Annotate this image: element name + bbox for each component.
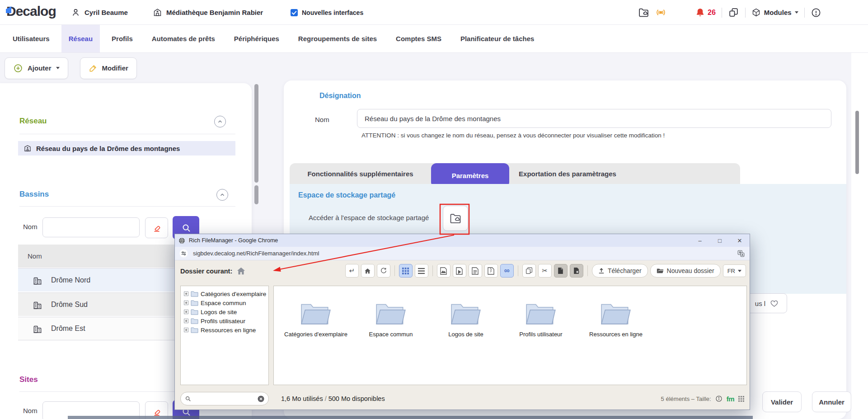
upload-icon xyxy=(598,268,605,274)
folder-tile[interactable]: Logos de site xyxy=(432,300,500,385)
maximize-button[interactable]: □ xyxy=(712,235,728,246)
reseau-selected-item[interactable]: Réseau du pays de la Drôme des montagnes xyxy=(18,141,235,155)
storage-usage: 1,6 Mo utilisés/500 Mo disponibles xyxy=(281,395,385,402)
folder-tile[interactable]: Ressources en ligne xyxy=(582,300,650,385)
nav-utilisateurs[interactable]: Utilisateurs xyxy=(5,25,57,52)
folder-tile[interactable]: Catégories d'exemplaire xyxy=(282,300,350,385)
cut-button[interactable]: ✂ xyxy=(538,264,552,278)
filter-all-button[interactable]: ∞ xyxy=(500,264,514,278)
folder-tile[interactable]: Espace commun xyxy=(357,300,425,385)
windows-overlap-icon[interactable] xyxy=(728,7,739,18)
tab-fonctionnalites[interactable]: Fonctionnalités supplémentaires xyxy=(290,163,431,184)
add-button-label: Ajouter xyxy=(28,64,52,72)
expand-icon[interactable] xyxy=(184,301,188,305)
nav-peripheriques[interactable]: Périphériques xyxy=(227,25,286,52)
current-user[interactable]: Cyril Beaume xyxy=(71,0,128,25)
heart-icon[interactable] xyxy=(770,299,779,308)
rename-warning: ATTENTION : si vous changez le nom du ré… xyxy=(361,132,665,139)
upload-label: Télécharger xyxy=(608,267,642,274)
collapse-bassins-button[interactable] xyxy=(216,189,228,201)
upload-button[interactable]: Télécharger xyxy=(592,264,648,278)
tree-item[interactable]: Catégories d'exemplaire xyxy=(184,289,268,298)
clear-search-icon[interactable] xyxy=(258,395,264,402)
url-text[interactable]: sigbdev.decalog.net/RichFilemanager/inde… xyxy=(193,250,732,257)
tree-item-label: Ressources en ligne xyxy=(201,327,256,334)
info-icon[interactable] xyxy=(811,7,821,18)
tree-item[interactable]: Espace commun xyxy=(184,298,268,307)
tree-item-label: Profils utilisateur xyxy=(201,318,245,325)
cancel-button[interactable]: Annuler xyxy=(812,391,851,412)
expand-icon[interactable] xyxy=(184,319,188,323)
bassins-clear-button[interactable] xyxy=(145,217,168,238)
copy-button[interactable] xyxy=(522,264,536,278)
nav-regroupements[interactable]: Regroupements de sites xyxy=(291,25,384,52)
url-bar[interactable]: sigbdev.decalog.net/RichFilemanager/inde… xyxy=(175,247,750,260)
minimize-button[interactable]: – xyxy=(692,235,708,246)
file-search-box[interactable] xyxy=(180,392,269,405)
window-titlebar[interactable]: Rich FileManager - Google Chrome – □ ✕ xyxy=(175,234,750,247)
row-label: Drôme Est xyxy=(51,325,85,333)
filter-images-button[interactable] xyxy=(437,264,450,278)
expand-icon[interactable] xyxy=(184,292,188,296)
tab-exportation[interactable]: Exportation des paramètrages xyxy=(509,163,626,184)
enter-folder-button[interactable]: ↵ xyxy=(345,264,359,278)
settings-tabbar: Fonctionnalités supplémentaires Paramètr… xyxy=(290,163,740,184)
buildings-icon xyxy=(32,274,43,286)
page-scrollbar[interactable] xyxy=(851,25,868,419)
filter-archives-button[interactable] xyxy=(484,264,498,278)
new-interfaces-toggle[interactable]: Nouvelles interfaces xyxy=(291,0,363,25)
nom-label: Nom xyxy=(315,116,329,123)
nav-planificateur[interactable]: Planificateur de tâches xyxy=(453,25,541,52)
modules-cube-icon xyxy=(751,8,761,17)
nom-field[interactable] xyxy=(357,109,831,128)
open-storage-button[interactable] xyxy=(443,206,468,231)
beacon-icon[interactable] xyxy=(655,7,666,18)
checkbox-checked-icon[interactable] xyxy=(291,9,298,16)
tree-item[interactable]: Ressources en ligne xyxy=(184,325,268,334)
window-edge xyxy=(68,416,753,419)
home-button[interactable] xyxy=(361,264,375,278)
edit-button[interactable]: Modifier xyxy=(80,57,137,79)
partial-field[interactable]: us l xyxy=(746,293,787,313)
new-folder-button[interactable]: Nouveau dossier xyxy=(650,264,721,278)
nav-profils[interactable]: Profils xyxy=(104,25,140,52)
shared-folder-icon[interactable] xyxy=(638,7,649,18)
close-button[interactable]: ✕ xyxy=(732,235,748,246)
expand-icon[interactable] xyxy=(184,310,188,314)
nav-reseau[interactable]: Réseau xyxy=(61,25,100,52)
current-library[interactable]: Médiathèque Benjamin Rabier xyxy=(153,0,263,25)
info-icon[interactable] xyxy=(715,395,723,402)
clear-clipboard-button[interactable] xyxy=(570,264,583,278)
panel-scrollbar-thumb[interactable] xyxy=(254,84,258,183)
tree-item[interactable]: Profils utilisateur xyxy=(184,316,268,325)
translate-icon[interactable] xyxy=(737,250,745,258)
buildings-icon xyxy=(32,323,43,334)
big-folder-icon xyxy=(299,300,333,327)
validate-button[interactable]: Valider xyxy=(762,391,802,412)
refresh-button[interactable] xyxy=(377,264,390,278)
notifications[interactable]: 26 xyxy=(695,7,716,18)
partial-text: us l xyxy=(755,300,765,307)
add-button[interactable]: Ajouter xyxy=(5,57,68,79)
reseau-item-label: Réseau du pays de la Drôme des montagnes xyxy=(36,145,180,152)
home-folder-icon[interactable] xyxy=(236,267,246,275)
collapse-reseau-button[interactable] xyxy=(214,116,226,127)
expand-icon[interactable] xyxy=(184,328,188,332)
modules-menu[interactable]: Modules xyxy=(751,8,798,17)
folder-tile[interactable]: Profils utilisateur xyxy=(507,300,575,385)
language-select[interactable]: FR xyxy=(723,264,746,277)
nav-automates[interactable]: Automates de prêts xyxy=(145,25,222,52)
nav-comptes-sms[interactable]: Comptes SMS xyxy=(389,25,449,52)
grid-view-button[interactable] xyxy=(399,264,413,278)
panel-scrollbar-thumb[interactable] xyxy=(254,185,258,204)
filter-videos-button[interactable] xyxy=(453,264,466,278)
paste-button[interactable] xyxy=(554,264,568,278)
filter-documents-button[interactable] xyxy=(469,264,482,278)
tree-item[interactable]: Logos de site xyxy=(184,307,268,316)
divider xyxy=(19,206,235,207)
page-scrollbar-thumb[interactable] xyxy=(855,111,859,174)
search-icon xyxy=(181,222,192,233)
list-view-button[interactable] xyxy=(415,264,428,278)
chevron-down-icon xyxy=(795,11,798,14)
bassins-filter-input[interactable] xyxy=(42,217,140,237)
